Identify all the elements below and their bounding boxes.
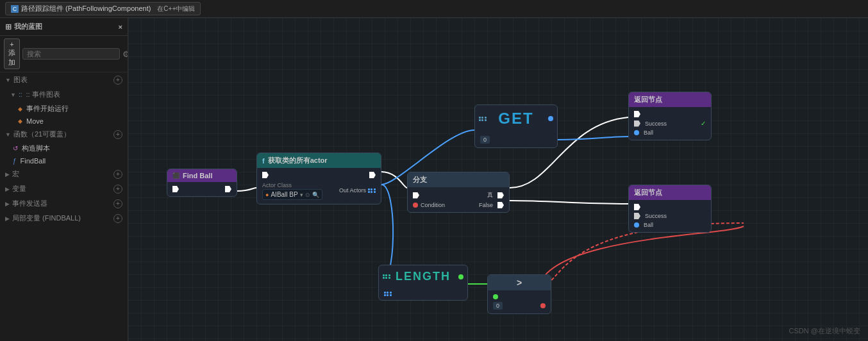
return1-ball-label: Ball	[644, 129, 653, 136]
get-title: GET	[488, 107, 544, 130]
greater-out-pin	[540, 303, 546, 308]
node-length-header: LENGTH	[379, 265, 467, 288]
findball-header-icon: ⬛	[172, 172, 179, 179]
arrow-icon-2: ▼	[10, 92, 16, 98]
return2-exec-in	[634, 204, 640, 210]
node-return1[interactable]: 返回节点 Success ✓ Ball	[628, 92, 712, 140]
node-return2[interactable]: 返回节点 Success Ball	[628, 185, 712, 233]
local-vars-label: 局部变量 (FINDBALL)	[12, 213, 81, 223]
greater-in1-row	[493, 294, 546, 299]
return1-title: 返回节点	[634, 95, 662, 104]
getactors-exec-row	[262, 172, 376, 178]
sidebar: ⊞ 我的蓝图 × + 添加 ⚙ ▼ 图表 + ▼ :: :: 事件图表 ◆ 事件…	[0, 18, 128, 341]
node-return2-body: Success Ball	[629, 200, 711, 232]
section-graph[interactable]: ▼ 图表 +	[0, 72, 128, 87]
tab-action[interactable]: 在C++中编辑	[157, 4, 195, 13]
search-input[interactable]	[22, 48, 120, 60]
node-getactors-body: Actor Class ● AIBall BP ▾ ⊙ 🔍 Out Actors	[257, 168, 381, 204]
functions-label: 函数（21可覆盖）	[13, 129, 71, 139]
length-title: LENGTH	[392, 267, 455, 286]
get-index-row: 0	[480, 136, 552, 144]
return1-exec-row	[634, 111, 706, 117]
sidebar-item-findball[interactable]: ƒ FindBall	[0, 155, 128, 167]
getactors-exec-out	[369, 172, 376, 178]
reset-icon[interactable]: ⊙	[305, 192, 310, 198]
return2-title: 返回节点	[634, 188, 662, 197]
section-macros[interactable]: ▶ 宏 +	[0, 167, 128, 181]
length-in-row	[384, 292, 462, 296]
actor-class-section: Actor Class ● AIBall BP ▾ ⊙ 🔍	[262, 181, 322, 200]
section-variables[interactable]: ▶ 变量 +	[0, 181, 128, 196]
return2-success-in	[634, 213, 640, 219]
getactors-pins-row: Actor Class ● AIBall BP ▾ ⊙ 🔍 Out Actors	[262, 181, 376, 200]
return1-success-row: Success ✓	[634, 120, 706, 127]
sidebar-item-begin-play[interactable]: ◆ 事件开始运行	[0, 102, 128, 115]
node-branch[interactable]: 分支 真 Condition False	[407, 172, 510, 213]
return2-ball-in	[634, 222, 639, 228]
add-variable-button[interactable]: +	[113, 185, 122, 194]
tab-label: 路径跟踪组件 (PathFollowingComponent)	[21, 4, 151, 13]
arrow-icon: ▼	[5, 77, 11, 83]
arrow-icon-3: ▼	[5, 131, 11, 138]
grid-icon-left	[479, 117, 487, 121]
greater-index-value: 0	[493, 302, 503, 310]
add-function-button[interactable]: +	[113, 130, 122, 139]
sidebar-item-construct[interactable]: ↺ 构造脚本	[0, 142, 128, 155]
search-icon[interactable]: 🔍	[312, 192, 319, 198]
branch-false-pin	[497, 202, 504, 208]
add-graph-button[interactable]: +	[113, 76, 122, 85]
return2-exec-row	[634, 204, 706, 210]
return2-success-label: Success	[645, 213, 667, 219]
node-findball-body	[167, 182, 237, 196]
add-dispatcher-button[interactable]: +	[113, 199, 122, 208]
canvas-area: ⬛ Find Ball f 获取类的所有actor Actor Cl	[128, 18, 868, 341]
sidebar-title: ⊞ 我的蓝图	[5, 22, 42, 31]
branch-true-label: 真	[487, 191, 493, 199]
actor-class-color-dot: ●	[265, 192, 269, 198]
dispatchers-label: 事件发送器	[12, 199, 47, 208]
greater-in2-row: 0	[493, 302, 546, 310]
add-local-var-button[interactable]: +	[113, 214, 122, 223]
branch-exec-row: 真	[413, 191, 504, 199]
dropdown-icon: ▾	[300, 192, 303, 198]
condition-pin	[413, 203, 418, 208]
return2-ball-label: Ball	[644, 222, 653, 228]
section-event-graph[interactable]: ▼ :: :: 事件图表	[0, 87, 128, 102]
node-getactors[interactable]: f 获取类的所有actor Actor Class ● AIBall BP ▾ …	[256, 153, 381, 204]
findball-label: FindBall	[21, 157, 46, 165]
return2-ball-row: Ball	[634, 222, 706, 228]
node-return2-header: 返回节点	[629, 185, 711, 200]
getactors-exec-in	[262, 172, 269, 178]
return1-ball-row: Ball	[634, 129, 706, 136]
construct-label: 构造脚本	[22, 144, 50, 153]
node-length[interactable]: LENGTH	[378, 265, 468, 301]
node-greater[interactable]: > 0	[487, 274, 551, 314]
gear-icon[interactable]: ⚙	[122, 49, 128, 59]
out-actors-label: Out Actors	[339, 187, 366, 194]
section-local-vars[interactable]: ▶ 局部变量 (FINDBALL) +	[0, 211, 128, 226]
sidebar-item-move[interactable]: ◆ Move	[0, 115, 128, 127]
sidebar-close-button[interactable]: ×	[119, 23, 122, 31]
get-out-pin	[548, 116, 553, 121]
return1-success-in	[634, 121, 640, 127]
node-get[interactable]: GET 0	[474, 104, 558, 148]
tab-path-following[interactable]: C 路径跟踪组件 (PathFollowingComponent) 在C++中编…	[5, 2, 201, 15]
blueprint-icon: ⊞	[5, 22, 12, 31]
return1-ball-in	[634, 130, 639, 135]
node-get-body: 0	[475, 132, 557, 147]
macros-label: 宏	[12, 169, 19, 179]
findball-title: Find Ball	[183, 172, 212, 179]
add-macro-button[interactable]: +	[113, 170, 122, 179]
move-label: Move	[26, 117, 44, 125]
section-functions[interactable]: ▼ 函数（21可覆盖） +	[0, 127, 128, 142]
diamond-icon: ◆	[18, 106, 22, 112]
node-findball[interactable]: ⬛ Find Ball	[167, 169, 237, 197]
add-button[interactable]: + 添加	[4, 38, 20, 69]
section-dispatchers[interactable]: ▶ 事件发送器 +	[0, 196, 128, 211]
condition-label: Condition	[421, 202, 445, 208]
exec-in-pin	[172, 186, 179, 192]
sidebar-search-area: + 添加 ⚙	[0, 36, 128, 72]
actor-class-label: Actor Class	[262, 182, 322, 188]
script-icon: ↺	[13, 145, 18, 152]
arrow-icon-4: ▶	[5, 171, 10, 178]
